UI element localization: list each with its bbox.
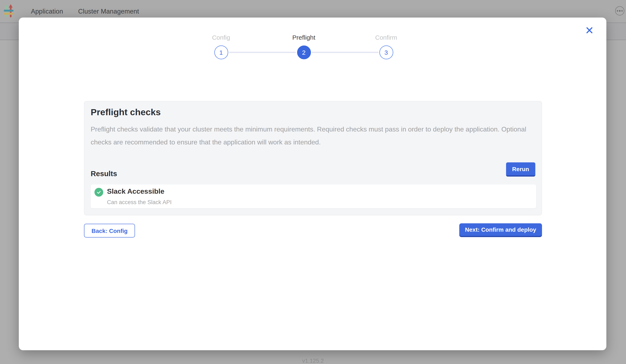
nav-tab-cluster-management[interactable]: Cluster Management	[78, 8, 139, 15]
app-logo-icon	[4, 4, 14, 18]
panel-description: Preflight checks validate that your clus…	[91, 123, 533, 149]
check-result-row: Slack Accessible Can access the Slack AP…	[91, 185, 536, 208]
preflight-panel: Preflight checks Preflight checks valida…	[84, 101, 542, 215]
results-heading: Results	[91, 169, 117, 178]
ellipsis-menu-button[interactable]	[615, 6, 624, 15]
next-confirm-deploy-button[interactable]: Next: Confirm and deploy	[459, 223, 542, 237]
step-circle-1[interactable]: 1	[214, 45, 228, 59]
preflight-modal: Config 1 Preflight 2 Confirm 3 Preflight…	[19, 18, 606, 350]
close-icon[interactable]	[585, 26, 594, 35]
step-preflight: Preflight 2	[274, 34, 333, 59]
step-config: Config 1	[192, 34, 250, 59]
rerun-button[interactable]: Rerun	[506, 162, 535, 177]
step-confirm: Confirm 3	[357, 34, 415, 59]
step-circle-3[interactable]: 3	[379, 45, 393, 59]
check-detail: Can access the Slack API	[107, 199, 172, 205]
step-label: Config	[192, 34, 250, 41]
check-circle-icon	[94, 188, 103, 197]
step-circle-2[interactable]: 2	[297, 45, 311, 59]
version-label: v1.125.2	[0, 358, 626, 364]
check-title: Slack Accessible	[107, 187, 164, 196]
screen: Application Cluster Management v1.125.2 …	[0, 0, 626, 364]
back-config-button[interactable]: Back: Config	[84, 224, 135, 237]
step-label: Confirm	[357, 34, 415, 41]
panel-title: Preflight checks	[91, 107, 161, 118]
step-label: Preflight	[274, 34, 333, 41]
nav-tab-application[interactable]: Application	[31, 8, 63, 15]
